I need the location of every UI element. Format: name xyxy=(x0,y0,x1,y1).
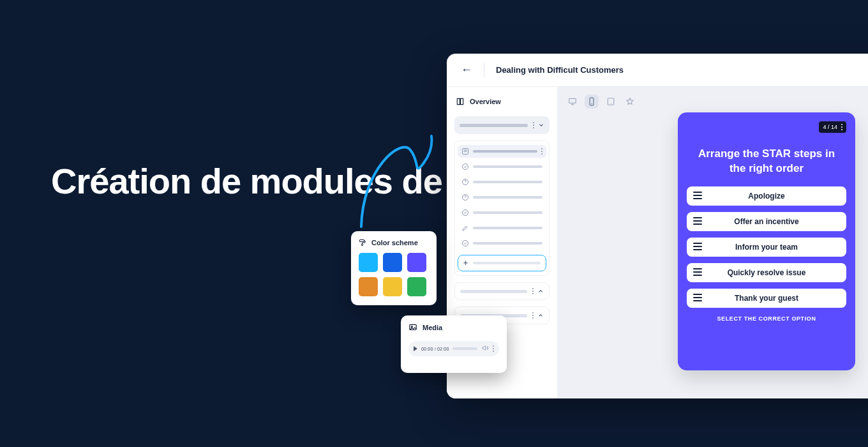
text-slide-icon xyxy=(461,148,469,155)
device-toolbar xyxy=(565,95,637,109)
placeholder-line xyxy=(473,181,542,183)
chevron-up-icon[interactable] xyxy=(537,288,544,294)
question-slide-icon xyxy=(461,178,469,186)
audio-track[interactable] xyxy=(453,347,477,350)
plus-icon: + xyxy=(463,259,468,268)
more-dots-icon[interactable] xyxy=(493,345,494,352)
quiz-option[interactable]: Inform your team xyxy=(687,238,846,257)
more-dots-icon[interactable] xyxy=(532,312,534,319)
drag-handle-icon[interactable] xyxy=(693,293,702,302)
app-window: ← Dealing with Difficult Customers Overv… xyxy=(447,54,868,398)
color-scheme-header: Color scheme xyxy=(359,239,429,246)
svg-rect-6 xyxy=(569,98,576,103)
placeholder-line xyxy=(460,124,528,127)
placeholder-line xyxy=(473,165,542,168)
paint-roller-icon xyxy=(359,239,366,246)
placeholder-line xyxy=(473,150,537,153)
preview-phone: 4 / 14 Arrange the STAR steps in the rig… xyxy=(678,112,855,370)
color-swatch[interactable] xyxy=(359,277,378,296)
chevron-up-icon[interactable] xyxy=(537,312,544,319)
quiz-title: Arrange the STAR steps in the right orde… xyxy=(691,147,842,176)
color-scheme-card: Color scheme xyxy=(351,231,437,305)
placeholder-line xyxy=(473,196,542,199)
mobile-view-button[interactable] xyxy=(585,95,599,109)
color-scheme-title: Color scheme xyxy=(371,239,418,246)
placeholder-line xyxy=(473,211,542,214)
svg-point-4 xyxy=(463,210,468,216)
color-swatch[interactable] xyxy=(407,253,426,272)
audio-player[interactable]: 00:00 / 02:00 xyxy=(408,341,499,356)
slide-item[interactable] xyxy=(458,206,546,219)
volume-icon[interactable] xyxy=(481,343,489,354)
book-icon xyxy=(456,97,465,106)
slide-counter-text: 4 / 14 xyxy=(823,124,837,130)
placeholder-line xyxy=(473,227,542,229)
edit-slide-icon xyxy=(461,224,469,232)
image-icon xyxy=(408,323,417,332)
slide-item[interactable] xyxy=(458,191,546,204)
slide-counter-badge[interactable]: 4 / 14 xyxy=(819,121,846,133)
slide-item[interactable] xyxy=(458,160,546,173)
app-title: Dealing with Difficult Customers xyxy=(496,65,624,75)
quiz-option-label: Quickly resolve issue xyxy=(728,268,806,277)
desktop-view-button[interactable] xyxy=(565,95,580,109)
slide-list: + xyxy=(454,140,550,276)
quiz-option-label: Apologize xyxy=(748,192,784,201)
check-slide-icon xyxy=(461,163,469,170)
app-body: Overview xyxy=(447,87,868,398)
more-dots-icon[interactable] xyxy=(841,124,842,130)
color-swatch[interactable] xyxy=(383,277,402,296)
drag-handle-icon[interactable] xyxy=(693,242,702,251)
svg-rect-9 xyxy=(360,240,364,242)
more-dots-icon[interactable] xyxy=(532,288,534,294)
quiz-option-label: Inform your team xyxy=(735,243,798,252)
color-swatch[interactable] xyxy=(359,253,378,272)
svg-rect-10 xyxy=(362,244,363,246)
media-title: Media xyxy=(423,324,442,331)
question-slide-icon xyxy=(461,193,469,201)
placeholder-line xyxy=(473,242,542,245)
overview-label: Overview xyxy=(470,98,501,105)
app-header: ← Dealing with Difficult Customers xyxy=(447,54,868,87)
quiz-option-label: Offer an incentive xyxy=(734,217,798,226)
drag-handle-icon[interactable] xyxy=(693,268,702,277)
editor-canvas: 4 / 14 Arrange the STAR steps in the rig… xyxy=(558,87,868,398)
lesson-group-collapsed[interactable] xyxy=(454,282,550,300)
chevron-down-icon[interactable] xyxy=(538,122,544,128)
quiz-option[interactable]: Offer an incentive xyxy=(687,212,846,231)
drag-handle-icon[interactable] xyxy=(693,216,702,225)
color-swatch[interactable] xyxy=(407,277,426,296)
lesson-group-header[interactable] xyxy=(454,116,550,134)
svg-point-12 xyxy=(411,326,412,328)
quiz-option[interactable]: Thank your guest xyxy=(687,289,846,308)
check-slide-icon xyxy=(461,209,469,216)
quiz-footer: SELECT THE CORRECT OPTION xyxy=(687,315,846,322)
slide-item[interactable] xyxy=(458,145,546,158)
svg-point-5 xyxy=(463,241,468,246)
slide-item[interactable] xyxy=(458,222,546,234)
drag-handle-icon[interactable] xyxy=(693,191,702,200)
play-icon[interactable] xyxy=(414,346,417,351)
slide-item[interactable] xyxy=(458,237,546,250)
slide-item[interactable] xyxy=(458,176,546,188)
placeholder-line xyxy=(460,290,527,293)
tablet-view-button[interactable] xyxy=(604,95,618,109)
audio-time: 00:00 / 02:00 xyxy=(421,347,449,351)
add-slide-button[interactable]: + xyxy=(458,255,546,271)
quiz-option[interactable]: Apologize xyxy=(687,186,846,206)
check-slide-icon xyxy=(461,239,469,247)
quiz-option-label: Thank your guest xyxy=(735,294,798,303)
more-dots-icon[interactable] xyxy=(533,122,534,128)
more-dots-icon[interactable] xyxy=(541,148,542,155)
divider xyxy=(484,63,484,77)
svg-point-1 xyxy=(463,164,468,170)
favorite-button[interactable] xyxy=(623,95,637,109)
swatch-grid xyxy=(359,253,429,296)
color-swatch[interactable] xyxy=(383,253,402,272)
media-card: Media 00:00 / 02:00 xyxy=(401,315,507,373)
quiz-option[interactable]: Quickly resolve issue xyxy=(687,263,846,282)
overview-row[interactable]: Overview xyxy=(454,95,550,110)
back-arrow-icon[interactable]: ← xyxy=(461,63,472,77)
media-header: Media xyxy=(408,323,499,332)
placeholder-line xyxy=(473,262,541,264)
